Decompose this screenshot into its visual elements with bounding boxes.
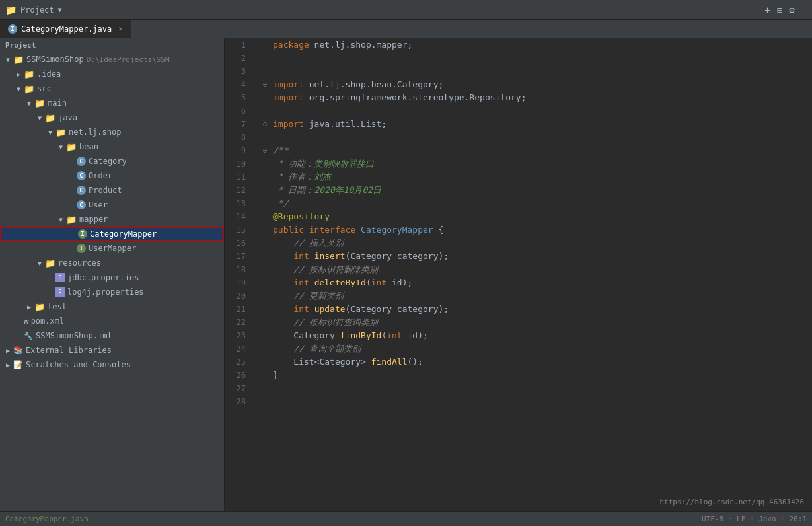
code-text-21: int update(Category category); [270, 303, 449, 316]
label-ssm-root: SSMSimonShop [26, 55, 84, 64]
add-icon[interactable]: + [764, 5, 770, 15]
arrow-test [24, 303, 34, 311]
code-text-5: import org.springframework.stereotype.Re… [270, 91, 527, 104]
code-line-19: 19 int deleteById(int id); [225, 276, 812, 289]
line-num-27: 27 [225, 382, 254, 395]
iml-icon: 🔧 [24, 332, 33, 340]
code-line-26: 26 } [225, 369, 812, 382]
code-line-2: 2 [225, 52, 812, 65]
sidebar-item-user-mapper[interactable]: I UserMapper [0, 241, 224, 256]
code-line-15: 15 public interface CategoryMapper { [225, 223, 812, 237]
sidebar-item-product[interactable]: C Product [0, 183, 224, 198]
arrow-src [13, 85, 24, 93]
label-resources: resources [58, 258, 101, 268]
line-num-23: 23 [225, 329, 254, 342]
code-line-5: 5 import org.springframework.stereotype.… [225, 91, 812, 104]
code-text-7: import java.util.List; [270, 118, 387, 131]
label-iml: SSMSimonShop.iml [36, 331, 112, 340]
sidebar-item-user[interactable]: C User [0, 198, 224, 212]
label-main: main [48, 98, 67, 108]
sidebar-item-idea[interactable]: 📁 .idea [0, 67, 224, 81]
project-dropdown-icon[interactable]: ▼ [58, 6, 62, 13]
minimize-icon[interactable]: — [801, 5, 807, 15]
sidebar-item-bean[interactable]: 📁 bean [0, 139, 224, 154]
code-line-3: 3 [225, 65, 812, 78]
code-line-16: 16 // 插入类别 [225, 237, 812, 250]
project-folder-icon: 📁 [5, 5, 17, 15]
label-test: test [48, 302, 67, 311]
ext-libs-icon: 📚 [13, 346, 23, 355]
code-text-4: import net.lj.shop.bean.Category; [270, 78, 443, 91]
sidebar-item-ext-libs[interactable]: 📚 External Libraries [0, 343, 224, 357]
tab-category-mapper[interactable]: I CategoryMapper.java ✕ [0, 20, 131, 38]
tab-bar: I CategoryMapper.java ✕ [0, 20, 812, 38]
label-scratches: Scratches and Consoles [26, 360, 131, 369]
sidebar-item-jdbc-props[interactable]: P jdbc.properties [0, 270, 224, 285]
sidebar-item-resources[interactable]: 📁 resources [0, 256, 224, 270]
line-num-8: 8 [225, 131, 254, 144]
folder-icon-src: 📁 [24, 84, 34, 94]
title-bar: 📁 Project ▼ + ⊟ ⚙ — [0, 0, 812, 20]
line-num-14: 14 [225, 210, 254, 223]
code-line-22: 22 // 按标识符查询类别 [225, 316, 812, 329]
sidebar-item-log4j-props[interactable]: P log4j.properties [0, 285, 224, 299]
line-num-22: 22 [225, 316, 254, 329]
interface-icon-category-mapper: I [78, 229, 87, 239]
code-text-9: /** [270, 144, 288, 157]
label-jdbc-props: jdbc.properties [67, 273, 139, 282]
sidebar-item-scratches[interactable]: 📝 Scratches and Consoles [0, 357, 224, 372]
line-num-5: 5 [225, 91, 254, 104]
sidebar-item-mapper[interactable]: 📁 mapper [0, 212, 224, 227]
line-num-11: 11 [225, 170, 254, 184]
sidebar-item-iml[interactable]: 🔧 SSMSimonShop.iml [0, 328, 224, 343]
gear-icon[interactable]: ⚙ [789, 5, 794, 15]
sidebar-item-src[interactable]: 📁 src [0, 81, 224, 96]
sidebar-item-category-mapper[interactable]: I CategoryMapper [0, 227, 224, 241]
sidebar-item-java[interactable]: 📁 java [0, 110, 224, 125]
line-num-15: 15 [225, 223, 254, 237]
sidebar-item-test[interactable]: 📁 test [0, 299, 224, 314]
label-log4j-props: log4j.properties [67, 287, 144, 297]
arrow-java [34, 114, 45, 122]
class-icon-product: C [77, 186, 86, 195]
code-line-1: 1 package net.lj.shop.mapper; [225, 38, 812, 52]
gutter-9: ⊖ [260, 144, 270, 157]
label-java: java [58, 113, 77, 122]
sidebar-item-ssm-root[interactable]: 📁 SSMSimonShop D:\IdeaProjects\SSM [0, 52, 224, 67]
code-line-27: 27 [225, 382, 812, 395]
project-title[interactable]: Project [20, 5, 54, 15]
title-bar-icons: + ⊟ ⚙ — [764, 5, 807, 15]
code-text-26: } [270, 369, 278, 382]
code-editor[interactable]: 1 package net.lj.shop.mapper; 2 3 4 ⊖ im… [225, 38, 812, 511]
sidebar-item-category[interactable]: C Category [0, 154, 224, 169]
label-user-mapper: UserMapper [89, 244, 136, 253]
split-icon[interactable]: ⊟ [777, 5, 782, 15]
line-num-16: 16 [225, 237, 254, 250]
sidebar-title: Project [5, 41, 36, 50]
code-text-20: // 更新类别 [270, 289, 344, 303]
sidebar-item-pom[interactable]: m pom.xml [0, 314, 224, 328]
pom-icon: m [24, 317, 28, 326]
sidebar-item-net-lj-shop[interactable]: 📁 net.lj.shop [0, 125, 224, 139]
code-text-1: package net.lj.shop.mapper; [270, 38, 412, 52]
sidebar-item-main[interactable]: 📁 main [0, 96, 224, 110]
main-area: Project 📁 SSMSimonShop D:\IdeaProjects\S… [0, 38, 812, 511]
code-line-12: 12 * 日期：2020年10月02日 [225, 184, 812, 197]
line-num-12: 12 [225, 184, 254, 197]
code-text-23: Category findById(int id); [270, 329, 428, 342]
line-num-6: 6 [225, 104, 254, 118]
line-num-4: 4 [225, 78, 254, 91]
watermark: https://blog.csdn.net/qq_46301426 [659, 498, 804, 506]
code-line-6: 6 [225, 104, 812, 118]
line-num-20: 20 [225, 289, 254, 303]
label-pom: pom.xml [31, 317, 65, 326]
sidebar-item-order[interactable]: C Order [0, 169, 224, 183]
class-icon-user: C [77, 200, 86, 209]
code-text-15: public interface CategoryMapper { [270, 223, 443, 237]
code-line-7: 7 ⊖ import java.util.List; [225, 118, 812, 131]
tab-close-icon[interactable]: ✕ [118, 24, 123, 33]
arrow-mapper [55, 216, 66, 223]
label-src: src [37, 84, 52, 93]
label-idea: .idea [37, 69, 61, 79]
tab-label: CategoryMapper.java [21, 24, 112, 34]
